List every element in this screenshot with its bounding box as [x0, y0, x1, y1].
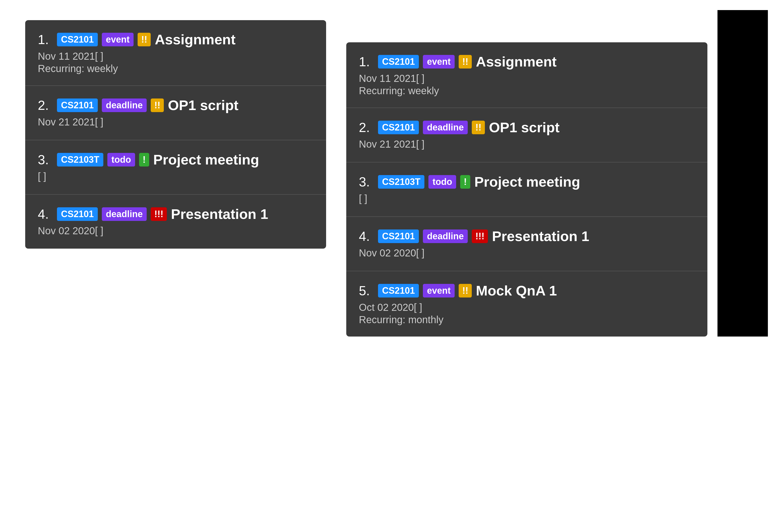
priority-badge: !! [472, 121, 485, 134]
task-number: 5. [359, 283, 374, 298]
task-header: 4. CS2101 deadline !!! Presentation 1 [359, 228, 695, 244]
task-title: Project meeting [474, 173, 580, 190]
task-recurring: Recurring: monthly [359, 314, 695, 326]
task-header: 2. CS2101 deadline !! OP1 script [359, 119, 695, 135]
type-badge: event [423, 284, 455, 298]
main-layout: 1. CS2101 event !! Assignment Nov 11 202… [15, 10, 768, 336]
priority-badge: !! [137, 33, 151, 46]
group-badge: CS2101 [57, 99, 98, 112]
task-date: Nov 11 2021[ ] [359, 73, 695, 84]
task-title: Project meeting [153, 152, 259, 168]
task-item: 4. CS2101 deadline !!! Presentation 1 No… [25, 195, 326, 248]
task-title: Presentation 1 [492, 228, 589, 244]
priority-badge: !! [151, 99, 164, 112]
task-title: Presentation 1 [171, 206, 268, 222]
task-item: 1. CS2101 event !! Assignment Nov 11 202… [346, 42, 708, 108]
priority-badge: !! [459, 284, 472, 298]
task-date: Nov 02 2020[ ] [359, 247, 695, 259]
group-badge: CS2101 [378, 284, 419, 298]
task-header: 1. CS2101 event !! Assignment [359, 54, 695, 70]
task-number: 3. [359, 174, 374, 190]
right-panel: 1. CS2101 event !! Assignment Nov 11 202… [336, 10, 718, 336]
task-header: 3. CS2103T todo ! Project meeting [359, 173, 695, 190]
task-number: 1. [359, 54, 374, 69]
group-badge: CS2101 [57, 207, 98, 221]
task-header: 5. CS2101 event !! Mock QnA 1 [359, 282, 695, 299]
right-black-bar [718, 10, 768, 336]
group-badge: CS2101 [378, 121, 419, 134]
task-date: [ ] [38, 171, 313, 182]
group-badge: CS2103T [57, 153, 103, 166]
type-badge: deadline [102, 99, 147, 112]
task-title: Assignment [476, 54, 557, 70]
task-number: 4. [359, 229, 374, 244]
type-badge: todo [107, 153, 135, 166]
priority-badge: !! [459, 55, 472, 68]
task-number: 2. [38, 98, 53, 113]
task-item: 2. CS2101 deadline !! OP1 script Nov 21 … [346, 108, 708, 163]
group-badge: CS2101 [378, 55, 419, 68]
group-badge: CS2103T [378, 175, 425, 189]
type-badge: deadline [423, 121, 468, 134]
task-number: 2. [359, 120, 374, 135]
priority-badge: ! [460, 175, 470, 189]
task-date: [ ] [359, 193, 695, 204]
task-number: 1. [38, 32, 53, 47]
type-badge: todo [429, 175, 456, 189]
task-header: 3. CS2103T todo ! Project meeting [38, 152, 313, 168]
new-task-list: 1. CS2101 event !! Assignment Nov 11 202… [346, 42, 708, 336]
task-number: 3. [38, 152, 53, 167]
task-date: Nov 11 2021[ ] [38, 51, 313, 62]
task-date: Oct 02 2020[ ] [359, 302, 695, 313]
task-header: 2. CS2101 deadline !! OP1 script [38, 97, 313, 113]
original-task-list: 1. CS2101 event !! Assignment Nov 11 202… [25, 20, 326, 248]
task-recurring: Recurring: weekly [359, 85, 695, 97]
task-date: Nov 21 2021[ ] [38, 117, 313, 128]
task-item: 4. CS2101 deadline !!! Presentation 1 No… [346, 217, 708, 271]
task-item: 3. CS2103T todo ! Project meeting [ ] [25, 140, 326, 195]
group-badge: CS2101 [57, 33, 98, 46]
task-number: 4. [38, 206, 53, 222]
type-badge: event [102, 33, 133, 46]
task-header: 4. CS2101 deadline !!! Presentation 1 [38, 206, 313, 222]
task-title: OP1 script [489, 119, 560, 135]
task-item: 2. CS2101 deadline !! OP1 script Nov 21 … [25, 86, 326, 140]
task-recurring: Recurring: weekly [38, 63, 313, 74]
task-title: Assignment [155, 31, 236, 47]
priority-badge: !!! [472, 230, 488, 243]
task-date: Nov 02 2020[ ] [38, 225, 313, 236]
priority-badge: !!! [151, 207, 167, 221]
task-item: 1. CS2101 event !! Assignment Nov 11 202… [25, 20, 326, 86]
type-badge: deadline [102, 207, 147, 221]
task-item: 5. CS2101 event !! Mock QnA 1 Oct 02 202… [346, 271, 708, 336]
type-badge: event [423, 55, 455, 68]
group-badge: CS2101 [378, 230, 419, 243]
left-panel: 1. CS2101 event !! Assignment Nov 11 202… [15, 10, 336, 248]
task-header: 1. CS2101 event !! Assignment [38, 31, 313, 47]
type-badge: deadline [423, 230, 468, 243]
task-title: OP1 script [168, 97, 239, 113]
task-title: Mock QnA 1 [476, 282, 557, 299]
task-item: 3. CS2103T todo ! Project meeting [ ] [346, 163, 708, 217]
task-date: Nov 21 2021[ ] [359, 138, 695, 150]
priority-badge: ! [139, 153, 149, 166]
